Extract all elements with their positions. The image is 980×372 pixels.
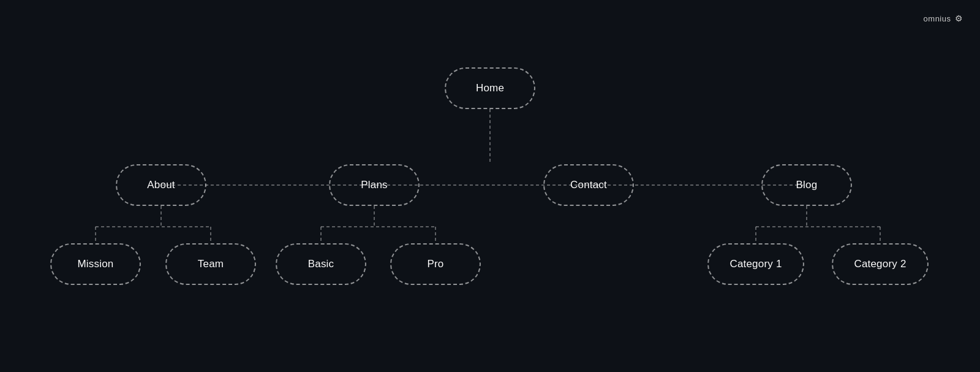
node-category2[interactable]: Category 2 bbox=[832, 243, 929, 285]
brand-logo: omnius ⚙ bbox=[924, 13, 963, 23]
node-team[interactable]: Team bbox=[165, 243, 256, 285]
brand-icon: ⚙ bbox=[955, 13, 963, 23]
node-basic[interactable]: Basic bbox=[276, 243, 366, 285]
node-pro[interactable]: Pro bbox=[390, 243, 481, 285]
node-about[interactable]: About bbox=[116, 164, 206, 206]
node-blog[interactable]: Blog bbox=[761, 164, 852, 206]
node-plans[interactable]: Plans bbox=[329, 164, 420, 206]
node-category1[interactable]: Category 1 bbox=[707, 243, 804, 285]
node-home[interactable]: Home bbox=[445, 67, 535, 109]
node-mission[interactable]: Mission bbox=[50, 243, 141, 285]
node-contact[interactable]: Contact bbox=[543, 164, 634, 206]
brand-name: omnius bbox=[924, 14, 951, 23]
